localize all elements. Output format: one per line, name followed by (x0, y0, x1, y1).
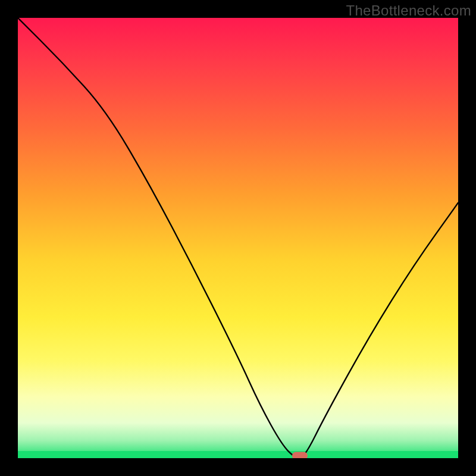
chart-frame: TheBottleneck.com (0, 0, 476, 476)
optimal-point-marker (292, 452, 308, 459)
plot-area (18, 18, 458, 458)
watermark-text: TheBottleneck.com (346, 2, 471, 19)
bottleneck-curve (18, 18, 458, 458)
